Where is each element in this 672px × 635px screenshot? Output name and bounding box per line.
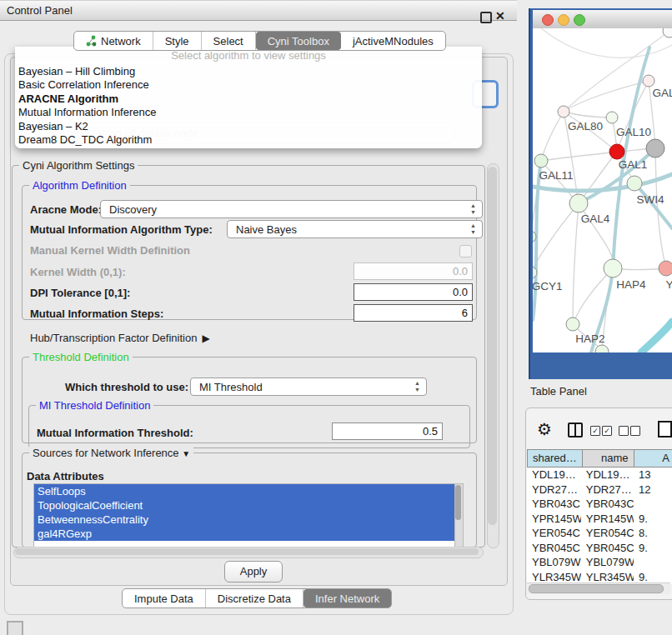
network-node[interactable] xyxy=(627,176,642,191)
tab-jactivemnodules[interactable]: jActiveMNodules xyxy=(341,32,445,50)
dropdown-item[interactable]: Mutual Information Inference xyxy=(15,106,482,119)
network-edge[interactable] xyxy=(573,203,579,324)
attribute-item[interactable]: gal4RGexp xyxy=(34,527,455,541)
node-label: GAL80 xyxy=(568,120,603,132)
network-edge[interactable] xyxy=(579,152,617,203)
table-row[interactable]: YDL19…YDL19…13 xyxy=(527,468,672,482)
dropdown-item[interactable]: Bayesian – K2 xyxy=(15,120,482,133)
tab-style[interactable]: Style xyxy=(153,32,202,50)
table-cell: 8. xyxy=(634,526,672,541)
attribute-item[interactable]: BetweennessCentrality xyxy=(34,512,455,527)
tab-impute-data[interactable]: Impute Data xyxy=(123,589,206,608)
network-canvas[interactable]: GALGAL80GAL10GAL1GAL11SWI4GAL4GCY1HAP4YH… xyxy=(533,28,672,352)
float-window-icon[interactable] xyxy=(480,12,492,23)
dropdown-item[interactable]: Dream8 DC_TDC Algorithm xyxy=(15,133,482,147)
dropdown-item[interactable]: Basic Correlation Inference xyxy=(15,78,482,92)
settings-vertical-thumb[interactable] xyxy=(488,167,497,525)
network-view-window: GALGAL80GAL10GAL1GAL11SWI4GAL4GCY1HAP4YH… xyxy=(529,8,672,379)
network-node[interactable] xyxy=(663,28,672,38)
tab-network[interactable]: Network xyxy=(74,32,153,50)
checked-checkbox-icon[interactable]: ✓ xyxy=(590,426,600,436)
network-icon xyxy=(86,35,97,47)
network-edge[interactable] xyxy=(564,31,669,112)
table-row[interactable]: YER054CYER054C8. xyxy=(527,526,672,541)
table-cell: 13 xyxy=(634,468,672,482)
collapse-arrow-icon: ▼ xyxy=(182,449,190,458)
table-row[interactable]: YPR145WYPR145W9. xyxy=(527,512,672,527)
tab-discretize-data[interactable]: Discretize Data xyxy=(206,589,303,608)
mi-type-combo[interactable]: Naive Bayes ▲▼ xyxy=(227,220,483,238)
table-cell: YER054C xyxy=(581,526,634,541)
network-node[interactable] xyxy=(646,139,664,158)
kernel-width-input[interactable] xyxy=(354,262,473,280)
minimize-traffic-light-icon[interactable] xyxy=(558,14,569,26)
network-node[interactable] xyxy=(643,75,654,87)
table-cell: YBR045C xyxy=(581,541,634,556)
table-horizontal-thumb[interactable] xyxy=(529,584,664,593)
table-cell: YBR045C xyxy=(527,541,581,556)
mi-steps-input[interactable] xyxy=(354,304,473,322)
aracne-mode-label: Aracne Mode: xyxy=(30,203,102,216)
unchecked-checkbox-icon[interactable] xyxy=(619,426,629,436)
apply-button[interactable]: Apply xyxy=(224,561,283,582)
table-row[interactable]: YBL079WYBL079W xyxy=(527,555,672,570)
dpi-tolerance-input[interactable] xyxy=(354,283,473,301)
network-window-titlebar[interactable] xyxy=(533,10,672,29)
data-attributes-list[interactable]: SelfLoopsTopologicalCoefficientBetweenne… xyxy=(33,483,456,548)
settings-horizontal-thumb[interactable] xyxy=(15,548,479,555)
network-node[interactable] xyxy=(659,261,672,276)
attribute-item[interactable]: TopologicalCoefficient xyxy=(34,498,455,512)
dropdown-item[interactable]: Bayesian – Hill Climbing xyxy=(15,65,482,78)
network-node[interactable] xyxy=(534,154,548,168)
table-cell: 9. xyxy=(634,541,672,556)
table-row[interactable]: YBR043CYBR043C xyxy=(527,497,672,512)
network-edge[interactable] xyxy=(634,183,672,228)
close-icon[interactable]: ✕ xyxy=(495,7,505,26)
network-node[interactable] xyxy=(558,106,569,118)
table-row[interactable]: YDR27…YDR27…12 xyxy=(527,482,672,498)
close-traffic-light-icon[interactable] xyxy=(542,14,554,26)
zoom-traffic-light-icon[interactable] xyxy=(574,14,585,26)
column-header-partial[interactable]: A xyxy=(634,449,672,468)
sources-title[interactable]: Sources for Network Inference ▼ xyxy=(29,447,193,460)
network-node[interactable] xyxy=(606,112,618,123)
column-header-shared[interactable]: shared… xyxy=(527,449,583,468)
node-label: GAL11 xyxy=(539,169,573,182)
algorithm-dropdown-popup: Select algorithm to view settings Bayesi… xyxy=(15,47,482,148)
node-label: HAP4 xyxy=(616,278,646,291)
table-cell: YPR145W xyxy=(581,512,634,527)
network-edge[interactable] xyxy=(533,203,579,272)
network-node[interactable] xyxy=(569,194,588,212)
tab-infer-network[interactable]: Infer Network xyxy=(303,589,391,608)
node-label: GAL1 xyxy=(619,158,648,171)
hub-definition-expander[interactable]: Hub/Transcription Factor Definition▶ xyxy=(30,332,210,344)
table-cell: 9. xyxy=(634,512,672,527)
manual-kernel-checkbox[interactable] xyxy=(459,245,472,258)
file-icon[interactable] xyxy=(658,421,672,438)
attribute-item[interactable]: SelfLoops xyxy=(34,484,455,498)
network-edge[interactable] xyxy=(641,322,672,352)
gear-icon[interactable]: ⚙ xyxy=(537,419,552,439)
unchecked-checkbox-icon[interactable] xyxy=(630,426,640,436)
aracne-mode-combo[interactable]: Discovery ▲▼ xyxy=(100,200,483,218)
tab-select[interactable]: Select xyxy=(202,32,256,50)
column-header-name[interactable]: name xyxy=(583,449,634,468)
table-row[interactable]: YBR045CYBR045C9. xyxy=(527,541,672,556)
tab-cyni-toolbox[interactable]: Cyni Toolbox xyxy=(256,32,341,50)
columns-icon[interactable] xyxy=(568,422,583,438)
collapsed-panel-handle[interactable] xyxy=(7,621,23,635)
dropdown-item[interactable]: ARACNE Algorithm xyxy=(15,92,482,106)
network-node[interactable] xyxy=(604,259,622,278)
table-panel-title: Table Panel xyxy=(530,385,587,398)
which-threshold-combo[interactable]: MI Threshold ▲▼ xyxy=(190,378,427,396)
network-node[interactable] xyxy=(609,144,624,159)
network-edge[interactable] xyxy=(541,112,564,161)
attributes-scrollbar-thumb[interactable] xyxy=(455,485,461,520)
network-node[interactable] xyxy=(566,318,579,331)
network-edge[interactable] xyxy=(541,152,617,161)
mi-threshold-input[interactable] xyxy=(332,422,443,440)
mi-threshold-title: MI Threshold Definition xyxy=(36,399,153,412)
cyni-bottom-tabs: Impute Data Discretize Data Infer Networ… xyxy=(122,588,392,608)
checked-checkbox-icon[interactable]: ✓ xyxy=(602,426,612,436)
mi-threshold-label: Mutual Information Threshold: xyxy=(37,427,193,439)
